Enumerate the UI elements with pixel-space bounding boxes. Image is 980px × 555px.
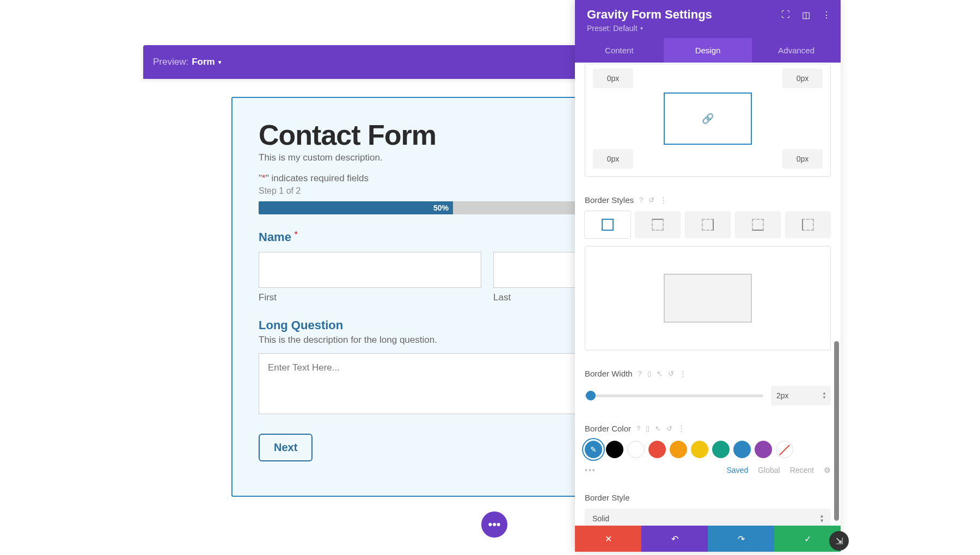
undo-button[interactable]: ↶ xyxy=(641,526,708,552)
recent-tab[interactable]: Recent xyxy=(790,466,814,474)
dots-icon: ••• xyxy=(488,517,500,532)
swatch-red[interactable] xyxy=(648,441,666,458)
global-tab[interactable]: Global xyxy=(758,466,780,474)
panel-tabs: Content Design Advanced xyxy=(575,38,841,63)
swatch-black[interactable] xyxy=(606,441,623,458)
tab-content[interactable]: Content xyxy=(575,38,664,63)
swatch-white[interactable] xyxy=(627,441,645,458)
reset-icon[interactable]: ↺ xyxy=(668,369,674,378)
preview-label: Preview: xyxy=(153,57,188,67)
saved-tab[interactable]: Saved xyxy=(726,466,748,474)
mobile-icon[interactable]: ▯ xyxy=(647,369,651,378)
columns-icon[interactable]: ◫ xyxy=(802,10,810,20)
panel-footer: ✕ ↶ ↷ ✓ xyxy=(575,526,841,552)
more-icon[interactable]: ⋮ xyxy=(660,196,667,204)
swatch-orange[interactable] xyxy=(670,441,687,458)
first-sublabel: First xyxy=(259,292,481,303)
border-styles-label: Border Styles xyxy=(585,195,634,205)
undo-icon: ↶ xyxy=(671,534,678,544)
hover-icon[interactable]: ↖ xyxy=(657,369,663,378)
gear-icon[interactable]: ⚙ xyxy=(824,466,831,474)
border-width-label: Border Width xyxy=(585,369,633,378)
margin-br-input[interactable]: 0px xyxy=(782,149,823,169)
margin-tl-input[interactable]: 0px xyxy=(593,69,633,88)
swatch-none[interactable] xyxy=(776,441,793,458)
close-icon: ✕ xyxy=(605,534,612,544)
margin-control: 0px 0px 🔗 0px 0px xyxy=(585,64,831,177)
chevron-down-icon[interactable]: ▼ xyxy=(822,396,826,400)
asterisk-icon: * xyxy=(262,173,266,183)
border-all-button[interactable] xyxy=(585,211,630,238)
help-icon[interactable]: ? xyxy=(636,424,640,433)
more-icon[interactable]: ⋮ xyxy=(678,424,685,433)
border-preview xyxy=(585,246,831,350)
link-icon[interactable]: 🔗 xyxy=(702,113,714,125)
hover-icon[interactable]: ↖ xyxy=(655,424,661,433)
border-bottom-button[interactable] xyxy=(735,211,781,238)
help-icon[interactable]: ? xyxy=(639,196,643,204)
more-fab-button[interactable]: ••• xyxy=(481,511,507,538)
first-name-input[interactable] xyxy=(259,252,481,288)
more-icon[interactable]: ⋮ xyxy=(679,369,687,378)
mobile-icon[interactable]: ▯ xyxy=(646,424,650,433)
reset-icon[interactable]: ↺ xyxy=(648,196,654,204)
border-preview-box xyxy=(664,274,752,323)
border-style-select[interactable]: Solid ▲▼ xyxy=(585,509,831,526)
responsive-icon[interactable]: ⛶ xyxy=(781,10,790,20)
border-style-grid xyxy=(585,211,831,238)
expand-fab-button[interactable]: ⇲ xyxy=(829,531,849,551)
panel-body[interactable]: 0px 0px 🔗 0px 0px Border Styles ? ↺ ⋮ xyxy=(575,63,841,526)
color-picker-button[interactable]: ✎ xyxy=(585,441,602,458)
progress-fill: 50% xyxy=(259,201,453,214)
color-swatches: ✎ xyxy=(585,441,831,458)
border-right-button[interactable] xyxy=(685,211,731,238)
close-button[interactable]: ✕ xyxy=(575,526,641,552)
expand-icon: ⇲ xyxy=(836,536,843,546)
margin-bl-input[interactable]: 0px xyxy=(593,149,633,169)
swatch-blue[interactable] xyxy=(733,441,751,458)
check-icon: ✓ xyxy=(804,534,811,544)
border-style-label: Border Style xyxy=(585,493,630,502)
asterisk-icon: * xyxy=(295,230,297,238)
swatch-purple[interactable] xyxy=(755,441,772,458)
preview-form-dropdown[interactable]: Form ▼ xyxy=(192,57,222,67)
scrollbar-thumb[interactable] xyxy=(834,341,839,521)
tab-advanced[interactable]: Advanced xyxy=(752,38,841,63)
next-button[interactable]: Next xyxy=(259,434,313,461)
chevron-down-icon: ▼ xyxy=(819,519,824,523)
more-colors-button[interactable]: ••• xyxy=(585,466,596,474)
preset-dropdown[interactable]: Preset: Default▼ xyxy=(587,24,829,33)
redo-button[interactable]: ↷ xyxy=(708,526,774,552)
swatch-yellow[interactable] xyxy=(691,441,708,458)
more-icon[interactable]: ⋮ xyxy=(822,10,831,20)
border-width-input[interactable]: 2px ▲▼ xyxy=(771,386,831,405)
border-left-button[interactable] xyxy=(785,211,831,238)
help-icon[interactable]: ? xyxy=(638,369,642,378)
border-top-button[interactable] xyxy=(635,211,681,238)
settings-panel: Gravity Form Settings Preset: Default▼ ⛶… xyxy=(575,0,841,552)
chevron-down-icon: ▼ xyxy=(640,26,644,31)
tab-design[interactable]: Design xyxy=(664,38,752,63)
swatch-green[interactable] xyxy=(712,441,730,458)
redo-icon: ↷ xyxy=(738,534,745,544)
slider-thumb[interactable] xyxy=(586,391,596,400)
border-width-slider[interactable] xyxy=(585,394,763,397)
margin-preview: 🔗 xyxy=(664,92,752,145)
reset-icon[interactable]: ↺ xyxy=(666,424,672,433)
chevron-down-icon: ▼ xyxy=(217,59,223,65)
margin-tr-input[interactable]: 0px xyxy=(782,69,823,88)
border-color-label: Border Color xyxy=(585,424,631,433)
preview-form-name: Form xyxy=(192,57,215,67)
panel-header: Gravity Form Settings Preset: Default▼ ⛶… xyxy=(575,0,841,38)
progress-percent: 50% xyxy=(433,203,449,212)
